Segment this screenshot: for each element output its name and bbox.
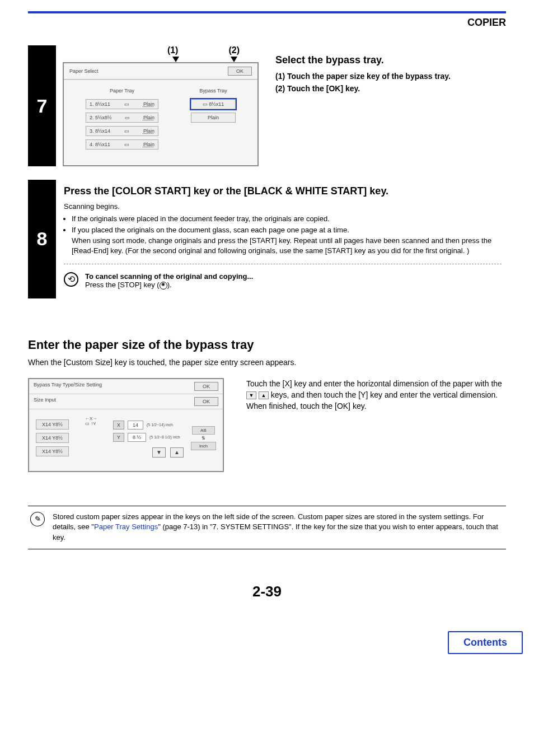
step-7-number: 7	[28, 45, 56, 166]
step-8-row: 8 Press the [COLOR START] key or the [BL…	[28, 180, 506, 298]
note-text: Stored custom paper sizes appear in the …	[53, 512, 504, 544]
stored-size-2[interactable]: X14 Y8½	[36, 433, 69, 443]
stored-size-3[interactable]: X14 Y8½	[36, 446, 69, 456]
cancel-body: Press the [STOP] key ().	[85, 281, 253, 290]
ok-button[interactable]: OK	[194, 397, 218, 406]
step-7-item-1: (1) Touch the paper size key of the bypa…	[275, 72, 506, 81]
y-label[interactable]: Y	[113, 433, 124, 442]
pencil-icon: ✎	[29, 510, 46, 528]
page-number: 2-39	[0, 583, 534, 600]
decrement-button[interactable]: ▼	[152, 447, 166, 458]
paper-tray-settings-link[interactable]: Paper Tray Settings	[94, 522, 158, 531]
increment-button[interactable]: ▲	[170, 447, 184, 458]
x-label[interactable]: X	[113, 421, 124, 430]
arrow-down-icon	[172, 57, 179, 62]
section-2-lead: When the [Custom Size] key is touched, t…	[28, 358, 506, 367]
step-8-heading: Press the [COLOR START] key or the [BLAC…	[64, 185, 502, 197]
paper-select-panel: Paper Select OK Paper Tray 1. 8½x11▭Plai…	[63, 62, 259, 166]
tray-row-1[interactable]: 1. 8½x11▭Plain	[86, 99, 158, 109]
stored-size-1[interactable]: X14 Y8½	[36, 419, 69, 430]
size-panel-subtitle: Size Input	[34, 397, 56, 406]
step-8-line1: Scanning begins.	[64, 202, 502, 212]
paper-tray-title: Paper Tray	[110, 88, 134, 94]
header-section: COPIER	[28, 11, 506, 29]
y-value: 8 ½	[128, 433, 146, 442]
x-value: 14	[128, 421, 143, 430]
panel-title: Paper Select	[69, 68, 99, 74]
up-key-icon: ▲	[259, 391, 269, 399]
ok-button[interactable]: OK	[228, 67, 252, 76]
cancel-title: To cancel scanning of the original and c…	[85, 272, 253, 281]
size-input-panel: Bypass Tray Type/Size Setting OK Size In…	[28, 378, 224, 472]
x-range: (5 1/2~14) inch	[147, 423, 173, 427]
step-8-bullet-1: If the originals were placed in the docu…	[72, 214, 502, 224]
y-range: (5 1/2~8 1/2) inch	[149, 435, 180, 439]
step-7-item-2: (2) Touch the [OK] key.	[275, 84, 506, 93]
tray-row-2[interactable]: 2. 5½x8½▭Plain	[86, 113, 158, 123]
ab-toggle[interactable]: AB	[192, 426, 215, 435]
down-key-icon: ▼	[246, 391, 256, 399]
callout-1: (1)	[167, 45, 179, 55]
tray-row-4[interactable]: 4. 8½x11▭Plain	[86, 139, 158, 150]
step-7-row: 7 (1) (2) Paper Select OK Paper Tray 1. …	[28, 45, 506, 166]
enter-paper-size-section: Enter the paper size of the bypass tray …	[28, 338, 506, 472]
bypass-type-button[interactable]: Plain	[191, 113, 236, 123]
return-icon: ⟲	[64, 272, 78, 287]
ok-button[interactable]: OK	[194, 382, 218, 391]
inch-toggle[interactable]: Inch	[191, 442, 216, 450]
note-box: ✎ Stored custom paper sizes appear in th…	[28, 506, 506, 550]
swap-icon: ⇅	[202, 436, 205, 441]
step-8-number: 8	[28, 180, 56, 298]
arrow-down-icon	[231, 57, 237, 62]
section-2-heading: Enter the paper size of the bypass tray	[28, 338, 506, 352]
bypass-size-button[interactable]: ▭ 8½x11	[191, 99, 236, 109]
callout-2: (2)	[228, 45, 240, 55]
contents-button[interactable]: Contents	[448, 631, 523, 654]
section-2-para: Touch the [X] key and enter the horizont…	[246, 378, 506, 472]
size-panel-title: Bypass Tray Type/Size Setting	[34, 382, 102, 391]
step-7-heading: Select the bypass tray.	[275, 54, 506, 66]
stop-key-icon	[160, 282, 167, 290]
divider	[64, 264, 502, 264]
tray-row-3[interactable]: 3. 8½x14▭Plain	[86, 126, 158, 136]
bypass-tray-title: Bypass Tray	[199, 88, 227, 94]
step-8-bullet-2: If you placed the originals on the docum…	[72, 225, 502, 256]
